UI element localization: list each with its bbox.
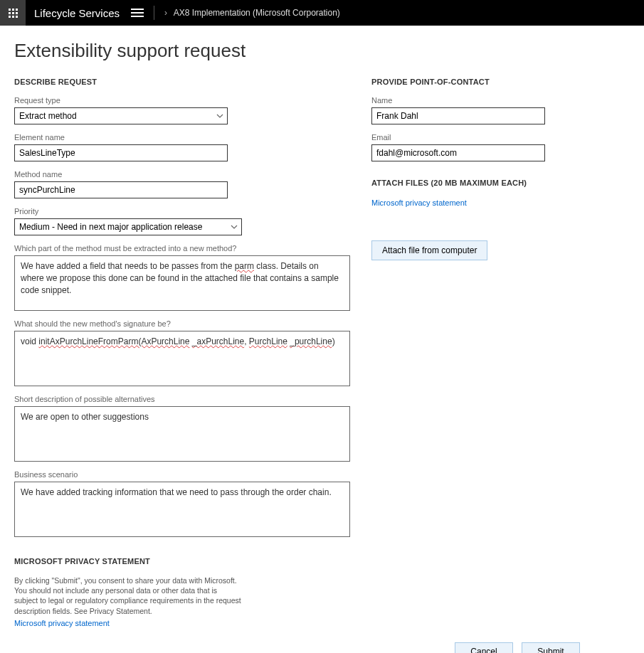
scenario-textarea[interactable]: We have added tracking information that … [14, 482, 350, 537]
cancel-button[interactable]: Cancel [455, 642, 513, 653]
breadcrumb-text: AX8 Implementation (Microsoft Corporatio… [174, 8, 340, 18]
submit-button[interactable]: Submit [522, 642, 580, 653]
section-attach: ATTACH FILES (20 MB MAXIMUM EACH) [371, 179, 630, 187]
signature-textarea[interactable]: void initAxPurchLineFromParm(AxPurchLine… [14, 331, 350, 386]
app-launcher-icon[interactable] [0, 0, 26, 26]
privacy-text: By clicking "Submit", you consent to sha… [14, 575, 242, 616]
page-title: Extensibility support request [14, 40, 630, 62]
priority-select[interactable]: Medium - Need in next major application … [14, 218, 242, 235]
label-priority: Priority [14, 207, 350, 216]
label-element-name: Element name [14, 133, 350, 142]
label-request-type: Request type [14, 96, 350, 105]
contact-name-input[interactable] [371, 107, 545, 124]
label-scenario: Business scenario [14, 470, 350, 479]
privacy-link[interactable]: Microsoft privacy statement [14, 619, 110, 627]
request-type-select[interactable]: Extract method [14, 107, 228, 124]
breadcrumb[interactable]: › AX8 Implementation (Microsoft Corporat… [164, 8, 340, 18]
section-privacy: MICROSOFT PRIVACY STATEMENT [14, 557, 242, 566]
section-contact: PROVIDE POINT-OF-CONTACT [371, 78, 630, 86]
label-contact-email: Email [371, 133, 630, 142]
method-name-input[interactable] [14, 181, 228, 198]
label-extract-question: Which part of the method must be extract… [14, 244, 350, 253]
element-name-input[interactable] [14, 144, 228, 161]
divider [154, 6, 154, 20]
contact-email-input[interactable] [371, 144, 545, 161]
chevron-right-icon: › [164, 8, 167, 18]
label-contact-name: Name [371, 96, 630, 105]
menu-icon[interactable] [131, 9, 144, 17]
brand-title: Lifecycle Services [26, 7, 131, 19]
label-alternatives: Short description of possible alternativ… [14, 395, 350, 403]
attach-file-button[interactable]: Attach file from computer [371, 240, 487, 260]
attach-privacy-link[interactable]: Microsoft privacy statement [371, 198, 467, 207]
label-signature-question: What should the new method's signature b… [14, 319, 350, 328]
extract-textarea[interactable]: We have added a field that needs to be p… [14, 255, 350, 311]
section-describe: DESCRIBE REQUEST [14, 78, 350, 86]
topbar: Lifecycle Services › AX8 Implementation … [0, 0, 644, 26]
label-method-name: Method name [14, 170, 350, 179]
alternatives-textarea[interactable]: We are open to other suggestions [14, 406, 350, 462]
